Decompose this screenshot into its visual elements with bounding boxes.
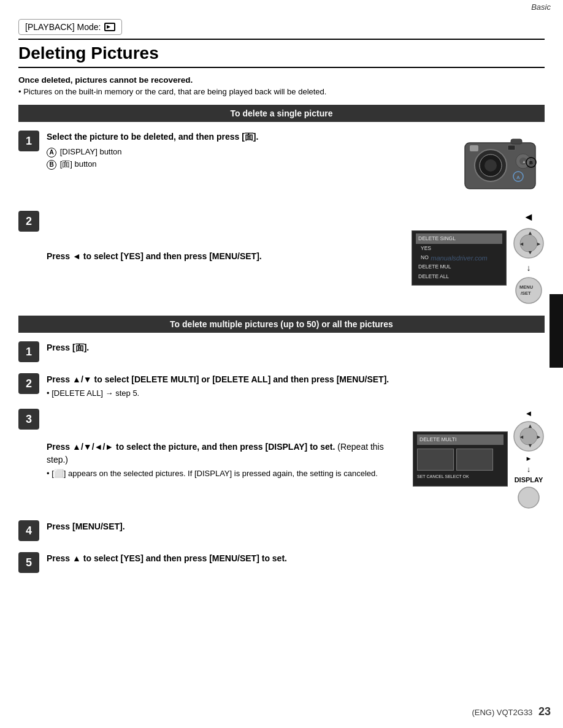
step3-arrow-down: ↓ <box>527 464 531 474</box>
svg-text:B: B <box>529 160 533 165</box>
circle-b: B <box>47 160 56 170</box>
header-label: Basic <box>531 2 551 12</box>
mode-label: [PLAYBACK] Mode: <box>25 22 101 32</box>
arrow-down-icon: ↓ <box>527 263 531 273</box>
delete-single-screenshot: DELETE SINGL YES NO DELETE MUL DELETE AL… <box>412 230 507 286</box>
svg-text:►: ► <box>536 434 542 440</box>
s2-step5-main: Press ▲ to select [YES] and then press [… <box>47 552 545 565</box>
svg-text:◄: ◄ <box>519 241 524 247</box>
step1-badge: 1 <box>18 131 39 151</box>
s2-step3-note: • [⬜] appears on the selected pictures. … <box>47 469 403 478</box>
svg-text:▲: ▲ <box>527 230 533 236</box>
step1-content: Select the picture to be deleted, and th… <box>47 131 545 200</box>
svg-point-3 <box>484 159 497 172</box>
svg-rect-13 <box>508 145 515 150</box>
svg-rect-12 <box>470 145 478 151</box>
s2-step1-badge: 1 <box>18 341 39 362</box>
step3-nav-button: ▲ ▼ ◄ ► <box>513 420 545 452</box>
menu-set-button: MENU /SET <box>515 276 543 305</box>
delete-multi-screenshot: DELETE MULTI SET CANCEL SELECT OK <box>413 431 508 487</box>
page-number: 23 <box>538 705 551 718</box>
section2-step1: 1 Press [面]. <box>18 341 545 362</box>
section2-step4: 4 Press [MENU/SET]. <box>18 520 545 541</box>
circle-a: A <box>47 148 56 157</box>
step1-main-text: Select the picture to be deleted, and th… <box>47 131 258 143</box>
footer-label: (ENG) VQT2G33 <box>472 708 532 717</box>
display-label: DISPLAY <box>515 476 543 483</box>
warning-bullet: • Pictures on the built-in memory or the… <box>18 87 545 96</box>
nav-buttons-col: ◄ ▲ ▼ ◄ ► ↓ <box>513 211 545 305</box>
svg-text:◄: ◄ <box>519 434 524 440</box>
section1-bar: To delete a single picture <box>18 105 545 122</box>
svg-text:▼: ▼ <box>527 249 533 256</box>
svg-text:/SET: /SET <box>521 290 531 296</box>
mode-box: [PLAYBACK] Mode: <box>18 19 122 35</box>
svg-text:A: A <box>516 175 520 180</box>
step1-sub-b: B [面] button <box>47 158 258 170</box>
s2-step2-note: • [DELETE ALL] → step 5. <box>47 389 545 398</box>
camera-illustration: ▲ A B <box>459 131 545 198</box>
step1-sub-a: A [DISPLAY] button <box>47 146 258 158</box>
s2-step2-content: Press ▲/▼ to select [DELETE MULTI] or [D… <box>47 373 545 398</box>
s2-step2-badge: 2 <box>18 373 39 394</box>
svg-text:►: ► <box>536 241 542 247</box>
section1-step2: 2 Press ◄ to select [YES] and then press… <box>18 211 545 305</box>
step3-arrow-right: ► <box>526 455 532 462</box>
step3-arrow-left: ◄ <box>525 409 533 418</box>
step3-right: DELETE MULTI SET CANCEL SELECT OK ◄ <box>413 409 545 509</box>
s2-step4-badge: 4 <box>18 520 39 541</box>
svg-text:▲: ▲ <box>522 159 526 164</box>
watermark: manualsdriver.com <box>431 254 488 262</box>
page-footer: (ENG) VQT2G33 23 <box>472 705 551 718</box>
nav-circle-button: ▲ ▼ ◄ ► <box>513 227 545 259</box>
s2-step4-main: Press [MENU/SET]. <box>47 520 545 533</box>
s2-step3-main: Press ▲/▼/◄/► to select the picture, and… <box>47 441 403 466</box>
step2-content: Press ◄ to select [YES] and then press [… <box>47 211 545 305</box>
step2-main-text: Press ◄ to select [YES] and then press [… <box>47 250 262 263</box>
svg-text:▲: ▲ <box>527 423 533 429</box>
section1-step1: 1 Select the picture to be deleted, and … <box>18 131 545 200</box>
section2-step2: 2 Press ▲/▼ to select [DELETE MULTI] or … <box>18 373 545 398</box>
s2-step2-main: Press ▲/▼ to select [DELETE MULTI] or [D… <box>47 373 545 386</box>
step2-badge: 2 <box>18 211 39 232</box>
arrow-left-icon: ◄ <box>523 211 534 224</box>
svg-text:MENU: MENU <box>519 284 533 290</box>
section2-step5: 5 Press ▲ to select [YES] and then press… <box>18 552 545 573</box>
warning-bold: Once deleted, pictures cannot be recover… <box>18 75 545 85</box>
step3-buttons: ◄ ▲ ▼ ◄ ► ► ↓ DISPLAY <box>513 409 545 509</box>
svg-text:▼: ▼ <box>527 442 533 449</box>
page-header: Basic <box>0 0 563 13</box>
svg-rect-4 <box>511 139 522 144</box>
svg-point-29 <box>518 487 539 508</box>
s2-step3-badge: 3 <box>18 409 39 430</box>
page-title: Deleting Pictures <box>18 39 545 68</box>
section2-bar: To delete multiple pictures (up to 50) o… <box>18 316 545 333</box>
s2-step5-content: Press ▲ to select [YES] and then press [… <box>47 552 545 567</box>
playback-mode-icon <box>104 23 115 31</box>
sidebar-bookmark <box>550 294 563 368</box>
display-button <box>517 486 540 509</box>
s2-step4-content: Press [MENU/SET]. <box>47 520 545 536</box>
s2-step1-main: Press [面]. <box>47 341 545 354</box>
s2-step5-badge: 5 <box>18 552 39 573</box>
section2-step3: 3 Press ▲/▼/◄/► to select the picture, a… <box>18 409 545 509</box>
s2-step1-content: Press [面]. <box>47 341 545 357</box>
s2-step3-content: Press ▲/▼/◄/► to select the picture, and… <box>47 409 545 509</box>
